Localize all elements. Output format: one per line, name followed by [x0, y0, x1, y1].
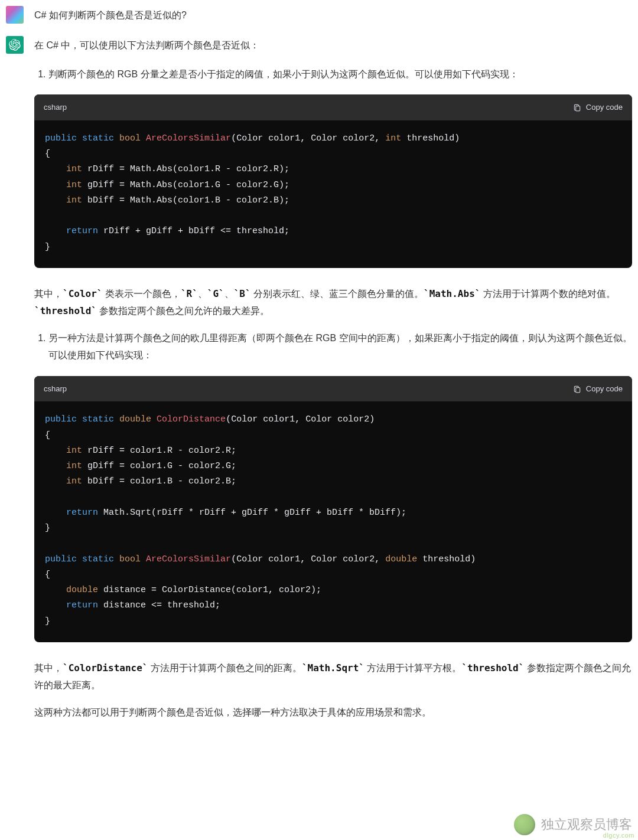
- user-message-row: C# 如何判断两个颜色是否是近似的?: [0, 0, 638, 30]
- explanation-1: 其中，`Color` 类表示一个颜色，`R`、`G`、`B` 分别表示红、绿、蓝…: [34, 286, 632, 320]
- openai-logo-icon: [9, 39, 21, 51]
- copy-icon: [573, 103, 581, 112]
- method-list-2: 另一种方法是计算两个颜色之间的欧几里得距离（即两个颜色在 RGB 空间中的距离）…: [34, 330, 632, 364]
- method-1-text: 判断两个颜色的 RGB 分量之差是否小于指定的阈值，如果小于则认为这两个颜色近似…: [48, 66, 632, 83]
- assistant-message-row: 在 C# 中，可以使用以下方法判断两个颜色是否近似： 判断两个颜色的 RGB 分…: [0, 30, 638, 738]
- explanation-2: 其中，`ColorDistance` 方法用于计算两个颜色之间的距离。`Math…: [34, 660, 632, 694]
- answer-intro: 在 C# 中，可以使用以下方法判断两个颜色是否近似：: [34, 37, 632, 54]
- inline-code-threshold-2: `threshold`: [461, 662, 524, 674]
- inline-code-b: `B`: [234, 288, 251, 299]
- code-block-2: csharp Copy code public static double Co…: [34, 376, 632, 642]
- user-question: C# 如何判断两个颜色是否是近似的?: [34, 6, 632, 24]
- assistant-avatar: [6, 36, 24, 54]
- inline-code-threshold: `threshold`: [34, 305, 97, 316]
- code-lang-label: csharp: [44, 382, 67, 396]
- code-header-2: csharp Copy code: [34, 376, 632, 401]
- inline-code-g: `G`: [207, 288, 224, 299]
- svg-rect-1: [576, 387, 580, 392]
- inline-code-color: `Color`: [63, 288, 102, 299]
- copy-code-button[interactable]: Copy code: [573, 382, 623, 396]
- user-avatar: [6, 6, 24, 24]
- inline-code-colordistance: `ColorDistance`: [63, 662, 148, 674]
- conclusion: 这两种方法都可以用于判断两个颜色是否近似，选择哪一种方法取决于具体的应用场景和需…: [34, 704, 632, 721]
- inline-code-abs: `Math.Abs`: [424, 288, 480, 299]
- copy-code-label: Copy code: [586, 382, 623, 396]
- method-2-text: 另一种方法是计算两个颜色之间的欧几里得距离（即两个颜色在 RGB 空间中的距离）…: [48, 330, 632, 364]
- copy-code-button[interactable]: Copy code: [573, 100, 623, 114]
- code-lang-label: csharp: [44, 100, 67, 114]
- copy-icon: [573, 384, 581, 394]
- code-header-1: csharp Copy code: [34, 94, 632, 120]
- code-block-1: csharp Copy code public static bool AreC…: [34, 94, 632, 267]
- method-list-1: 判断两个颜色的 RGB 分量之差是否小于指定的阈值，如果小于则认为这两个颜色近似…: [34, 66, 632, 83]
- watermark-logo-icon: [514, 814, 535, 835]
- assistant-answer: 在 C# 中，可以使用以下方法判断两个颜色是否近似： 判断两个颜色的 RGB 分…: [34, 36, 632, 732]
- svg-rect-0: [576, 106, 580, 111]
- inline-code-sqrt: `Math.Sqrt`: [302, 662, 364, 674]
- code-content-1: public static bool AreColorsSimilar(Colo…: [34, 120, 632, 268]
- watermark-url: dlgcy.com: [603, 832, 634, 839]
- watermark-text: 独立观察员博客: [541, 816, 632, 834]
- code-content-2: public static double ColorDistance(Color…: [34, 401, 632, 642]
- copy-code-label: Copy code: [586, 100, 623, 114]
- inline-code-r: `R`: [181, 288, 198, 299]
